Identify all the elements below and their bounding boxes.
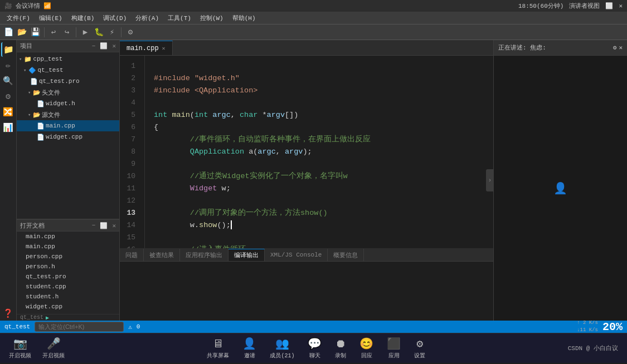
problems-count: 0 (137, 323, 140, 330)
qt-icon: 🔷 (28, 67, 36, 74)
close-icon[interactable]: ✕ (619, 2, 623, 9)
menu-control[interactable]: 控制(W) (196, 13, 228, 23)
line-num-11: 11 (120, 183, 140, 195)
sidebar-item-debug[interactable]: 🔍 (1, 73, 16, 88)
taskbar-apps-btn[interactable]: ⬛ 应用 (387, 337, 401, 360)
run-btn[interactable]: ⚡ (106, 26, 118, 38)
chat-label: 聊天 (309, 352, 320, 360)
tab-compile-output[interactable]: 编译输出 (229, 249, 265, 261)
code-content[interactable]: #include "widget.h" #include <QApplicati… (145, 56, 493, 248)
search-input[interactable] (35, 322, 124, 332)
menu-edit[interactable]: 编辑(E) (35, 13, 67, 23)
panel-minus-btn[interactable]: − (92, 43, 96, 50)
taskbar-record-btn[interactable]: ⏺ 录制 (335, 337, 346, 360)
project-panel-header: 项目 − ⬜ ✕ (17, 40, 119, 52)
menu-analyze[interactable]: 分析(A) (131, 13, 163, 23)
tab-close-btn[interactable]: ✕ (162, 45, 166, 52)
react-icon: 😊 (359, 337, 373, 351)
apps-icon: ⬛ (387, 337, 401, 351)
undo-btn[interactable]: ↩ (47, 26, 60, 38)
taskbar-invite-btn[interactable]: 👤 邀请 (242, 337, 256, 360)
taskbar-settings-btn[interactable]: ⚙ 设置 (414, 337, 425, 360)
code-line-13: w.show(); (154, 221, 232, 229)
open-file-person-cpp[interactable]: person.cpp (17, 252, 119, 262)
taskbar-share-btn[interactable]: 🖥 共享屏幕 (207, 337, 229, 360)
redo-btn[interactable]: ↪ (61, 26, 73, 38)
chat-icon: 💬 (308, 337, 322, 351)
taskbar-members-btn[interactable]: 👥 成员(21) (270, 337, 294, 360)
apps-label: 应用 (388, 352, 400, 360)
tree-item-main-cpp[interactable]: 📄 main.cpp (17, 120, 119, 131)
open-files-float[interactable]: ⬜ (100, 222, 108, 229)
taskbar-video-btn[interactable]: 📷 开启视频 (9, 337, 31, 360)
menu-debug[interactable]: 调试(D) (99, 13, 131, 23)
project-tree: ▾ 📁 cpp_test ▾ 🔷 qt_test 📄 qt_test.pro ▾… (17, 52, 119, 219)
sidebar-item-help[interactable]: ❓ (1, 306, 16, 321)
tab-xmljs-console[interactable]: XML/JS Console (265, 249, 328, 261)
menu-file[interactable]: 文件(F) (2, 13, 35, 23)
open-files-minus[interactable]: − (92, 222, 96, 229)
panel-close-btn[interactable]: ✕ (112, 42, 116, 50)
tree-item-widget-cpp[interactable]: 📄 widget.cpp (17, 131, 119, 142)
mic-icon: 🎤 (47, 337, 61, 351)
open-file-student-h[interactable]: student.h (17, 292, 119, 302)
open-files-close[interactable]: ✕ (112, 222, 116, 229)
folder-icon: 📁 (24, 56, 32, 63)
open-file-qt-test-pro[interactable]: qt_test.pro (17, 272, 119, 282)
tree-item-pro[interactable]: 📄 qt_test.pro (17, 76, 119, 87)
open-file-main-cpp-2[interactable]: main.cpp (17, 242, 119, 252)
right-panel-settings[interactable]: ⚙ (613, 44, 617, 51)
view-mode[interactable]: 演讲者视图 (569, 2, 600, 10)
record-label: 录制 (335, 352, 346, 360)
sidebar-item-edit[interactable]: ✏ (1, 58, 16, 72)
right-panel-close[interactable]: ✕ (619, 44, 623, 51)
tree-item-qt-test[interactable]: ▾ 🔷 qt_test (17, 65, 119, 76)
taskbar-react-btn[interactable]: 😊 回应 (359, 337, 373, 360)
open-btn[interactable]: 📂 (16, 26, 28, 38)
tab-bar: main.cpp ✕ (120, 40, 493, 56)
right-panel-collapse-btn[interactable]: › (486, 169, 494, 191)
share-icon: 🖥 (212, 337, 223, 351)
tree-item-headers[interactable]: ▾ 📂 头文件 (17, 87, 119, 98)
tab-summary[interactable]: 概要信息 (328, 249, 364, 261)
open-file-main-cpp-1[interactable]: main.cpp (17, 232, 119, 242)
line-num-15: 15 (120, 232, 140, 244)
expand-icon[interactable]: ⬜ (605, 2, 613, 9)
save-btn[interactable]: 💾 (29, 26, 41, 38)
bottom-content (120, 262, 493, 321)
tab-problems[interactable]: 问题 (120, 249, 144, 261)
settings-btn[interactable]: ⚙ (124, 26, 137, 38)
open-file-widget-cpp[interactable]: widget.cpp (17, 302, 119, 312)
tree-item-sources[interactable]: ▾ 📂 源文件 (17, 109, 119, 120)
open-file-person-h[interactable]: person.h (17, 262, 119, 272)
new-file-btn[interactable]: 📄 (2, 26, 14, 38)
build-btn[interactable]: ▶ (79, 26, 91, 38)
open-files-header: 打开文档 − ⬜ ✕ (17, 219, 119, 232)
separator3 (121, 27, 121, 37)
tab-main-cpp[interactable]: main.cpp ✕ (120, 41, 173, 55)
menu-tools[interactable]: 工具(T) (163, 13, 196, 23)
sidebar-item-analyze[interactable]: 📊 (1, 120, 16, 135)
menu-help[interactable]: 帮助(H) (228, 13, 260, 23)
open-file-student-cpp[interactable]: student.cpp (17, 282, 119, 292)
debug-btn[interactable]: 🐛 (93, 26, 105, 38)
menu-build[interactable]: 构建(B) (67, 13, 99, 23)
taskbar-mic-btn[interactable]: 🎤 开启视频 (42, 337, 65, 360)
tree-label: main.cpp (46, 122, 75, 129)
tab-app-output[interactable]: 应用程序输出 (180, 249, 229, 261)
code-line-7: QApplication a(argc, argv); (154, 147, 312, 156)
line-num-6: 6 (120, 121, 140, 134)
tree-item-widget-h[interactable]: 📄 widget.h (17, 98, 119, 109)
panel-float-btn[interactable]: ⬜ (100, 42, 108, 50)
tree-item-cpp-test[interactable]: ▾ 📁 cpp_test (17, 53, 119, 65)
taskbar-chat-btn[interactable]: 💬 聊天 (308, 337, 322, 360)
sidebar-item-git[interactable]: 🔀 (1, 105, 16, 119)
tab-search-results[interactable]: 被查结果 (144, 249, 180, 261)
settings-icon: ⚙ (416, 337, 423, 351)
sidebar-item-build[interactable]: ⚙ (1, 89, 16, 104)
video-placeholder: 👤 (553, 181, 567, 195)
arrow-icon: ▾ (19, 56, 22, 62)
csdn-label: CSDN @ 小白白议 (568, 344, 618, 352)
editor-wrapper: main.cpp ✕ 1 2 3 4 5 6 7 8 9 10 11 12 13… (120, 40, 493, 321)
sidebar-item-project[interactable]: 📁 (1, 42, 16, 57)
